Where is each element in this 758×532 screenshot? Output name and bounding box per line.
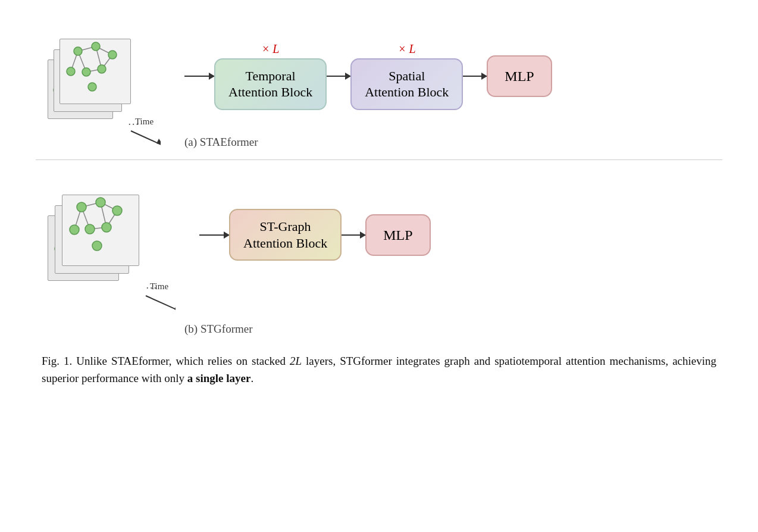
temporal-line1: Temporal [246,68,296,83]
temporal-box-wrapper: × L Temporal Attention Block [214,42,327,110]
svg-point-37 [108,51,117,59]
arrow-stgraph-mlp [342,234,365,236]
arrow-spatial-mlp [463,76,487,77]
svg-point-41 [88,83,96,91]
time-arrow-svg-a [128,128,161,146]
mult-spatial: × L [398,42,416,56]
graph-svg-front-b [62,195,139,265]
time-arrow-a: Time [128,117,161,146]
mlp-label-a: MLP [505,68,534,84]
temporal-attention-block: Temporal Attention Block [214,58,327,110]
stgraph-attention-block: ST-Graph Attention Block [229,209,342,261]
mlp-block-b: MLP [365,214,430,256]
arrow-line-1 [184,76,214,77]
arrow-line-3 [463,76,487,77]
stgraph-box-wrapper: ST-Graph Attention Block [229,209,342,261]
time-arrow-b: Time [143,281,176,311]
page-front-a [59,39,131,104]
svg-point-80 [70,225,79,234]
stgraph-line2: Attention Block [243,236,327,251]
arrow-temporal-spatial [327,76,350,77]
mult-temporal: × L [262,42,280,56]
graph-stack-a: ... Time [48,33,155,125]
fig-prefix: Fig. 1. Unlike STAEformer, which relies … [42,355,290,367]
mlp-label-b: MLP [383,227,412,243]
spatial-attention-block: Spatial Attention Block [350,58,463,110]
section-separator [36,159,722,160]
section-a-row: ... Time × L Temporal Att [48,27,722,125]
spatial-line2: Attention Block [365,85,449,99]
section-b-row: ... Time ST-Graph Attention Block [48,183,722,287]
svg-point-78 [85,224,95,234]
svg-line-42 [131,131,161,146]
svg-point-36 [92,42,100,51]
svg-line-82 [146,296,176,311]
svg-point-77 [112,206,122,215]
svg-point-81 [92,241,102,251]
time-label-a: Time [135,117,154,127]
section-a: ... Time × L Temporal Att [36,18,722,149]
svg-point-38 [82,68,90,76]
figure-caption: Fig. 1. Unlike STAEformer, which relies … [36,352,722,387]
svg-point-39 [98,65,106,73]
svg-marker-83 [174,305,176,311]
caption-b-text: (b) STGformer [184,323,253,335]
stgraph-line1: ST-Graph [260,219,311,234]
time-arrow-svg-b [143,293,176,311]
caption-a-text: (a) STAEformer [184,136,258,148]
time-label-b: Time [150,281,168,292]
svg-point-76 [96,198,105,207]
svg-point-75 [77,202,86,212]
page-front-b [62,195,139,266]
svg-point-40 [67,67,75,76]
arrow-line-4 [199,234,229,236]
fig-suffix: . [250,372,253,384]
fig-2L: 2L [290,355,302,367]
mlp-block-a: MLP [487,55,552,97]
section-b: ... Time ST-Graph Attention Block [36,177,722,336]
arrow-line-2 [327,76,350,77]
caption-a: (a) STAEformer [178,136,722,149]
graph-stack-b: ... Time [48,189,167,287]
temporal-line2: Attention Block [228,85,312,99]
main-container: ... Time × L Temporal Att [0,0,758,532]
arrow-stack-stgraph [199,234,229,236]
graph-svg-front-a [60,39,130,104]
spatial-box-wrapper: × L Spatial Attention Block [350,42,463,110]
fig-bold: a single layer [187,372,251,384]
arrow-line-5 [342,234,365,236]
arrow-stack-temporal [184,76,214,77]
svg-point-79 [102,223,111,232]
spatial-line1: Spatial [389,68,425,83]
caption-b: (b) STGformer [178,323,722,336]
svg-point-35 [74,47,82,55]
